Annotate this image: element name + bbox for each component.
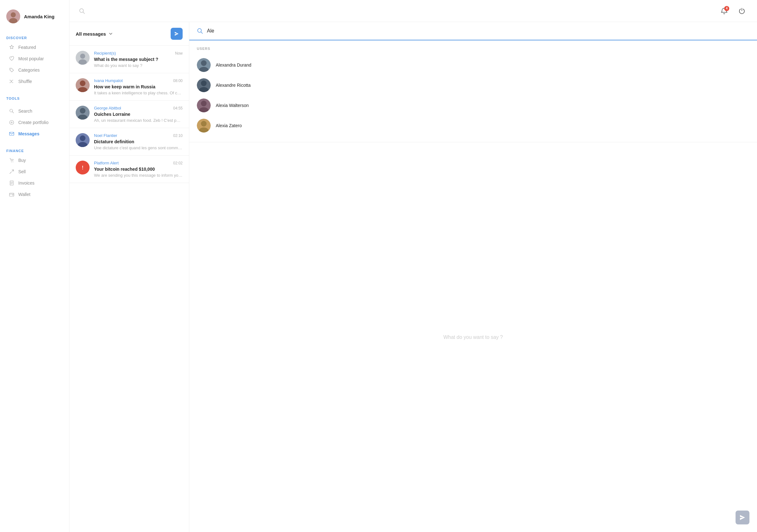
message-item[interactable]: Platform Alert 02:02 Your bitcoin reache… — [69, 156, 189, 183]
message-content: Recipient(s) Now What is the message sub… — [94, 51, 183, 68]
message-item[interactable]: Ivana Humpalot 08:00 How we keep warm in… — [69, 73, 189, 101]
user-profile[interactable]: Amanda King — [0, 6, 69, 33]
notification-button[interactable]: 4 — [718, 5, 730, 17]
avatar-alexia-w — [197, 98, 211, 112]
star-icon — [9, 45, 15, 50]
message-sender: Recipient(s) — [94, 51, 116, 55]
message-avatar — [76, 133, 90, 147]
svg-rect-11 — [12, 195, 13, 195]
sidebar-item-most-popular[interactable]: Most popular — [3, 53, 67, 64]
user-avatar — [197, 98, 211, 112]
sidebar-item-buy[interactable]: Buy — [3, 155, 67, 166]
message-subject: Ouiches Lorraine — [94, 112, 183, 117]
sidebar-item-label: Create portfolio — [18, 120, 48, 125]
message-sender: Ivana Humpalot — [94, 78, 123, 83]
chevron-down-icon — [108, 32, 113, 36]
heart-icon — [9, 56, 15, 62]
messages-dropdown[interactable]: All messages — [76, 31, 113, 37]
message-avatar — [76, 51, 90, 65]
compose-button[interactable] — [171, 28, 183, 40]
topbar-search-icon — [79, 8, 85, 14]
message-avatar — [76, 161, 90, 174]
svg-rect-10 — [10, 193, 14, 196]
search-icon — [197, 28, 203, 34]
message-item[interactable]: Recipient(s) Now What is the message sub… — [69, 46, 189, 73]
message-list: All messages — [69, 22, 189, 532]
power-button[interactable] — [736, 5, 747, 17]
avatar-alexia-z — [197, 119, 211, 133]
sidebar-item-wallet[interactable]: Wallet — [3, 189, 67, 200]
message-preview: Ah, un restaurant mexican food. Zeb ! C'… — [94, 118, 183, 123]
message-time: Now — [175, 51, 183, 55]
compose-area: What do you want to say ? — [189, 142, 757, 532]
message-header: George Abitbol 04:55 — [94, 106, 183, 110]
power-icon — [739, 8, 745, 15]
plus-circle-icon — [9, 120, 15, 125]
search-input[interactable] — [207, 28, 749, 34]
user-result[interactable]: Alexandra Durand — [197, 55, 749, 75]
sidebar: Amanda King DISCOVER Featured Most popul… — [0, 0, 69, 532]
svg-point-38 — [201, 121, 207, 127]
tag-icon — [9, 67, 15, 73]
message-preview: It takes a keen intelligence to play che… — [94, 91, 183, 95]
avatar-noel — [76, 133, 90, 147]
sidebar-item-label: Shuffle — [18, 79, 32, 84]
message-subject: Dictature definition — [94, 139, 183, 144]
user-result[interactable]: Alexandre Ricotta — [197, 75, 749, 95]
avatar-ivana — [76, 78, 90, 92]
sidebar-item-create-portfolio[interactable]: Create portfolio — [3, 117, 67, 128]
message-content: Ivana Humpalot 08:00 How we keep warm in… — [94, 78, 183, 95]
user-result-name: Alexia Zatero — [216, 123, 242, 128]
user-result[interactable]: Alexia Walterson — [197, 95, 749, 115]
sidebar-item-invoices[interactable]: Invoices — [3, 177, 67, 189]
sidebar-item-sell[interactable]: Sell — [3, 166, 67, 177]
sidebar-item-search[interactable]: Search — [3, 106, 67, 117]
svg-point-8 — [13, 162, 13, 162]
sidebar-item-label: Search — [18, 109, 32, 113]
message-time: 04:55 — [173, 106, 183, 110]
avatar-george — [76, 106, 90, 120]
avatar — [6, 10, 20, 23]
alert-icon — [79, 164, 86, 171]
svg-point-35 — [201, 101, 207, 106]
message-time: 02:02 — [173, 161, 183, 165]
sidebar-item-featured[interactable]: Featured — [3, 42, 67, 53]
message-time: 02:10 — [173, 134, 183, 138]
search-bar — [189, 22, 757, 40]
message-list-header: All messages — [69, 22, 189, 46]
message-header: Ivana Humpalot 08:00 — [94, 78, 183, 83]
right-panel-wrapper: USERS Alexandra Durand — [189, 22, 757, 532]
user-result[interactable]: Alexia Zatero — [197, 115, 749, 136]
user-placeholder-icon — [76, 51, 90, 65]
sell-icon — [9, 169, 15, 174]
message-avatar — [76, 106, 90, 120]
sidebar-item-categories[interactable]: Categories — [3, 64, 67, 76]
svg-rect-6 — [10, 132, 14, 135]
topbar-search[interactable] — [79, 8, 85, 14]
sidebar-item-label: Wallet — [18, 192, 30, 197]
avatar-alexandra-d — [197, 58, 211, 72]
notification-badge: 4 — [724, 6, 729, 11]
avatar-alexandre-r — [197, 78, 211, 92]
sidebar-item-label: Sell — [18, 169, 25, 174]
message-item[interactable]: George Abitbol 04:55 Ouiches Lorraine Ah… — [69, 101, 189, 128]
sidebar-item-messages[interactable]: Messages — [3, 128, 67, 140]
message-preview: Une dictature c'est quand les gens sont … — [94, 145, 183, 150]
svg-point-32 — [201, 80, 207, 86]
sidebar-item-shuffle[interactable]: Shuffle — [3, 76, 67, 87]
svg-point-3 — [11, 69, 11, 69]
discover-label: DISCOVER — [0, 33, 69, 42]
topbar-right: 4 — [718, 5, 747, 17]
mail-icon — [9, 131, 15, 137]
message-content: George Abitbol 04:55 Ouiches Lorraine Ah… — [94, 106, 183, 123]
users-section-label: USERS — [197, 47, 749, 50]
send-icon — [174, 31, 179, 36]
message-subject: What is the message subject ? — [94, 57, 183, 62]
message-sender: George Abitbol — [94, 106, 121, 110]
wallet-icon — [9, 192, 15, 197]
send-fab-button[interactable] — [736, 511, 749, 524]
message-item[interactable]: Noel Flantier 02:10 Dictature definition… — [69, 128, 189, 156]
users-section: USERS Alexandra Durand — [189, 40, 757, 142]
sidebar-item-label: Messages — [18, 131, 40, 136]
message-preview: What do you want to say ? — [94, 63, 183, 68]
